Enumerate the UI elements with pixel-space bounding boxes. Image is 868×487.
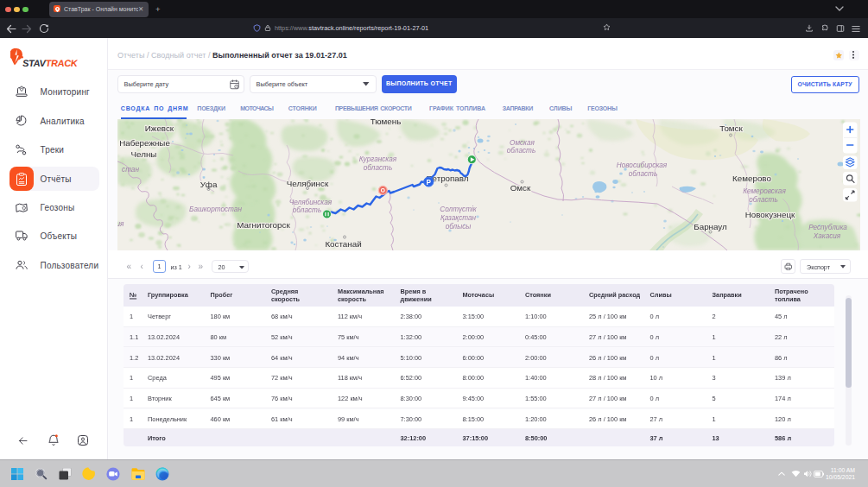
- svg-text:Кемерово: Кемерово: [732, 173, 771, 182]
- svg-text:Новосибирская: Новосибирская: [616, 161, 667, 168]
- svg-text:Кемеровская: Кемеровская: [743, 187, 786, 194]
- svg-text:Қазақстан: Қазақстан: [440, 214, 476, 222]
- svg-text:Ижевск: Ижевск: [144, 123, 174, 133]
- svg-text:Костанай: Костанай: [325, 238, 361, 248]
- svg-text:стан: стан: [122, 166, 139, 174]
- svg-text:Республика: Республика: [808, 223, 847, 231]
- svg-text:Магнитогорск: Магнитогорск: [237, 219, 290, 229]
- svg-text:область: область: [628, 170, 656, 178]
- svg-text:Курганская: Курганская: [358, 155, 396, 163]
- svg-text:Барнаул: Барнаул: [694, 222, 727, 231]
- svg-text:Хакасия: Хакасия: [812, 231, 840, 239]
- svg-text:P: P: [426, 178, 431, 186]
- svg-text:ия: ия: [117, 220, 124, 228]
- svg-text:область: область: [292, 206, 320, 214]
- svg-text:Солтүстік: Солтүстік: [440, 206, 478, 213]
- svg-text:Омская: Омская: [510, 138, 535, 146]
- svg-text:Томск: Томск: [719, 123, 743, 133]
- svg-text:область: область: [506, 147, 535, 155]
- svg-text:Набережные: Набережные: [119, 138, 170, 148]
- svg-text:Омск: Омск: [510, 183, 530, 193]
- svg-text:Новокузнецк: Новокузнецк: [744, 209, 795, 218]
- svg-text:Челябинск: Челябинск: [286, 178, 328, 187]
- svg-text:Челны: Челны: [130, 149, 156, 159]
- svg-text:Челябинская: Челябинская: [288, 198, 332, 206]
- svg-text:область: область: [749, 196, 777, 204]
- svg-text:Башкортостан: Башкортостан: [189, 206, 242, 213]
- svg-text:область: область: [363, 163, 391, 171]
- svg-text:Тюмень: Тюмень: [370, 119, 401, 126]
- svg-text:облысы: облысы: [445, 223, 471, 231]
